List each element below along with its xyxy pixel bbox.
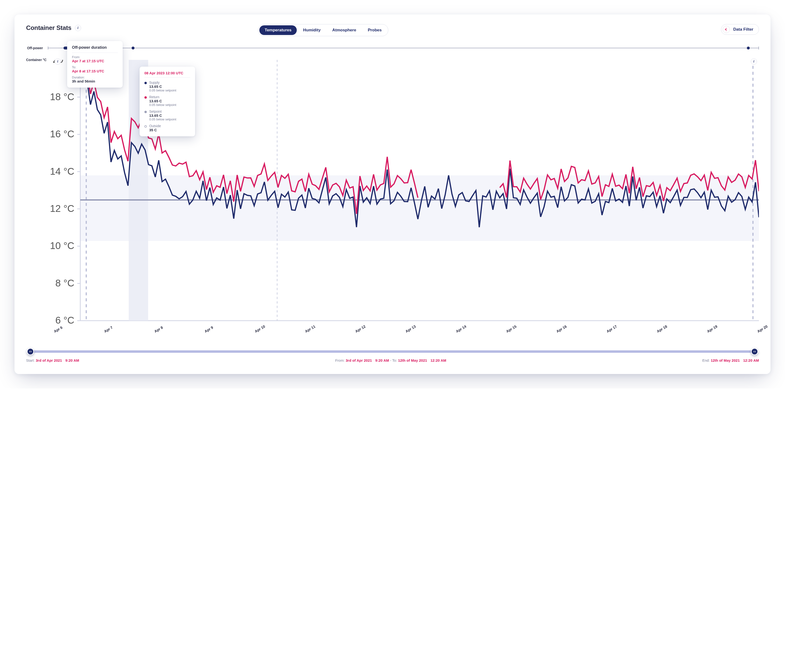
tab-humidity[interactable]: Humidity	[298, 25, 326, 35]
data-filter-button[interactable]: Data Filter	[721, 24, 759, 35]
series-dot-icon	[144, 96, 147, 99]
tab-temperatures[interactable]: Temperatures	[260, 25, 297, 35]
to-label: To:	[72, 65, 118, 69]
svg-text:6 °C: 6 °C	[55, 315, 74, 326]
svg-text:16 °C: 16 °C	[50, 129, 74, 139]
x-tick: Apr 16	[555, 330, 558, 334]
range-start: Start: 3rd of Apr 2021 9:20 AM	[26, 358, 79, 362]
off-power-dot[interactable]	[747, 47, 750, 50]
x-tick: Apr 17	[605, 330, 608, 334]
off-power-popover: Off-power duration From: Apr 7 at 17:15 …	[67, 41, 123, 87]
chart-info-end: i	[751, 58, 757, 65]
svg-text:12 °C: 12 °C	[50, 203, 74, 214]
container-stats-card: Container Stats i TemperaturesHumidityAt…	[14, 14, 771, 374]
svg-text:18 °C: 18 °C	[50, 92, 74, 102]
stat-tabs: TemperaturesHumidityAtmosphereProbes	[258, 24, 388, 36]
filter-icon	[723, 26, 730, 33]
range-end: End: 12th of May 2021 12:20 AM	[702, 358, 759, 362]
info-icon[interactable]: i	[75, 25, 81, 31]
tab-atmosphere[interactable]: Atmosphere	[327, 25, 361, 35]
off-power-row: Off-power	[26, 46, 759, 50]
filter-label: Data Filter	[733, 27, 754, 32]
duration-label: Duration:	[72, 75, 118, 79]
series-dot-icon	[144, 82, 147, 84]
info-icon[interactable]: i	[751, 58, 757, 65]
tab-probes[interactable]: Probes	[363, 25, 387, 35]
range-meta: Start: 3rd of Apr 2021 9:20 AM From: 3rd…	[26, 358, 759, 362]
x-tick: Apr 10	[254, 330, 256, 334]
off-power-rail	[48, 48, 759, 48]
x-tick: Apr 20	[757, 330, 759, 334]
x-tick: Apr 9	[204, 330, 206, 334]
x-tick: Apr 14	[455, 330, 457, 334]
series-dot-icon	[144, 111, 147, 113]
page-title: Container Stats	[26, 24, 72, 31]
x-tick: Apr 18	[656, 330, 658, 334]
x-tick: Apr 7	[103, 330, 106, 334]
header: Container Stats i TemperaturesHumidityAt…	[26, 24, 759, 36]
chart-y-label: Container °C	[26, 58, 47, 62]
x-axis-labels: Apr 6Apr 7Apr 8Apr 9Apr 10Apr 11Apr 12Ap…	[54, 330, 759, 334]
temperature-chart[interactable]: Container °C i i 20°C18 °C16 °C14 °C12 °…	[43, 60, 759, 334]
tooltip-row: Outside35 C	[144, 124, 190, 132]
off-power-track[interactable]	[48, 46, 759, 50]
svg-text:14 °C: 14 °C	[50, 166, 74, 177]
x-tick: Apr 11	[304, 330, 306, 334]
range-from-to: From: 3rd of Apr 2021 9:20 AM - To: 12th…	[335, 358, 446, 362]
to-value: Apr 8 at 17:15 UTC	[72, 69, 118, 73]
series-dot-icon	[144, 125, 147, 128]
svg-text:8 °C: 8 °C	[55, 278, 74, 288]
from-value: Apr 7 at 17:15 UTC	[72, 59, 118, 63]
chart-info-start: i	[55, 58, 61, 65]
range-handle-end[interactable]	[751, 348, 758, 355]
popover-title: Off-power duration	[72, 45, 118, 50]
x-tick: Apr 8	[153, 330, 156, 334]
x-tick: Apr 6	[53, 330, 55, 334]
range-rail	[30, 350, 755, 353]
tooltip-timestamp: 08 Apr 2023 12:00 UTC	[144, 71, 190, 75]
off-power-label: Off-power	[26, 46, 43, 50]
off-power-dot[interactable]	[131, 47, 134, 50]
info-icon[interactable]: i	[55, 58, 61, 65]
duration-value: 3h and 56min	[72, 79, 118, 83]
range-handle-start[interactable]	[27, 348, 34, 355]
tooltip-row: Supply13.65 C0.05 below setpoint	[144, 81, 190, 92]
x-tick: Apr 13	[405, 330, 407, 334]
from-label: From:	[72, 55, 118, 59]
x-tick: Apr 15	[505, 330, 507, 334]
title-block: Container Stats i	[26, 24, 89, 31]
tooltip-row: Setpoint13.65 C0.05 below setpoint	[144, 109, 190, 121]
x-tick: Apr 19	[706, 330, 708, 334]
date-range-slider[interactable]	[26, 348, 759, 355]
x-tick: Apr 12	[355, 330, 357, 334]
tooltip-row: Return13.65 C0.05 below setpoint	[144, 95, 190, 107]
svg-text:10 °C: 10 °C	[50, 240, 74, 251]
datapoint-tooltip: 08 Apr 2023 12:00 UTC Supply13.65 C0.05 …	[139, 67, 195, 136]
